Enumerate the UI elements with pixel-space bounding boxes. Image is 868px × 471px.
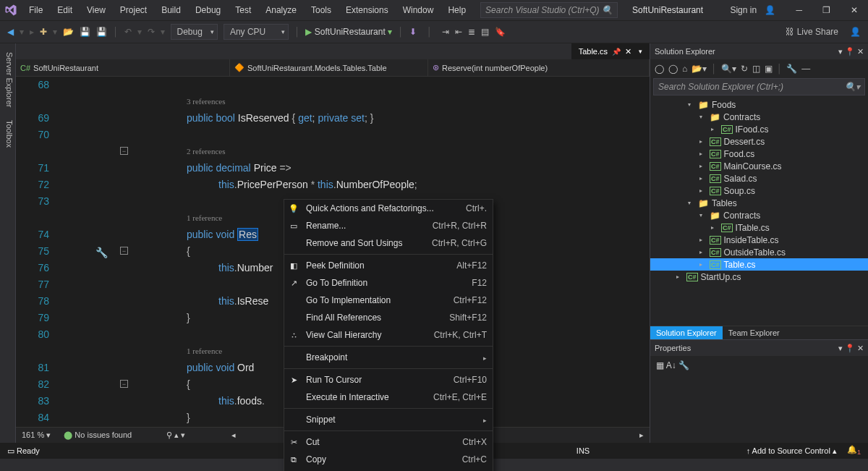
tree-item-soup-cs[interactable]: ▸C#Soup.cs [650, 184, 868, 197]
undo-button[interactable]: ↶ [124, 27, 132, 37]
bookmark-icon[interactable]: 🔖 [495, 27, 506, 37]
platform-dropdown[interactable]: Any CPU [224, 24, 289, 40]
show-all-icon[interactable]: ◫ [752, 64, 760, 74]
menu-file[interactable]: File [23, 2, 48, 18]
open-file-button[interactable]: 📂 [63, 27, 74, 37]
properties-icon[interactable]: 🔧 [786, 64, 797, 74]
fwd-icon[interactable]: ◯ [668, 64, 678, 74]
menu-test[interactable]: Test [229, 2, 257, 18]
menu-window[interactable]: Window [397, 2, 440, 18]
refresh-icon[interactable]: ↻ [741, 64, 748, 74]
fold-toggle[interactable]: − [120, 380, 128, 388]
sort-icon[interactable]: A↓ [666, 360, 676, 370]
menu-help[interactable]: Help [442, 2, 472, 18]
tree-item-insidetable-cs[interactable]: ▸C#InsideTable.cs [650, 234, 868, 246]
tree-item-food-cs[interactable]: ▸C#Food.cs [650, 148, 868, 160]
start-debug-button[interactable]: ▶ SoftUniRestaurant ▾ [305, 27, 392, 37]
tree-item-startup-cs[interactable]: ▸C#StartUp.cs [650, 271, 868, 283]
restore-button[interactable]: ❐ [817, 1, 836, 20]
ctx-paste[interactable]: 📋PasteCtrl+V [284, 468, 493, 471]
collapse-icon[interactable]: ▣ [765, 64, 773, 74]
menu-extensions[interactable]: Extensions [340, 2, 394, 18]
side-tab-server-explorer[interactable]: Server Explorer [0, 48, 15, 111]
tree-item-contracts[interactable]: ▾📁Contracts [650, 209, 868, 221]
back-icon[interactable]: ◯ [655, 64, 664, 74]
tab-close-icon[interactable]: ✕ [625, 47, 631, 56]
outdent-icon[interactable]: ⇤ [455, 27, 462, 37]
tree-item-outsidetable-cs[interactable]: ▸C#OutsideTable.cs [650, 246, 868, 258]
indent-icon[interactable]: ⇥ [442, 27, 449, 37]
quick-action-icon[interactable]: 🔧 [95, 247, 108, 258]
redo-button[interactable]: ↷ [148, 27, 155, 37]
tab-table-cs[interactable]: Table.cs 📌 ✕ ▾ [571, 43, 650, 59]
minimize-button[interactable]: ─ [790, 1, 808, 20]
pin-icon[interactable]: 📍 [845, 344, 855, 352]
tree-item-contracts[interactable]: ▾📁Contracts [650, 111, 868, 123]
side-tab-toolbox[interactable]: Toolbox [0, 116, 15, 152]
prop-wrench-icon[interactable]: 🔧 [678, 360, 689, 370]
new-project-button[interactable]: ✚ [40, 27, 47, 37]
ctx-find-all-references[interactable]: Find All ReferencesShift+F12 [284, 309, 493, 326]
menu-build[interactable]: Build [156, 2, 187, 18]
tree-item-table-cs[interactable]: ▸C#Table.cs [650, 258, 868, 271]
tree-item-foods[interactable]: ▾📁Foods [650, 98, 868, 111]
ctx-quick-actions-and-refactorings-[interactable]: 💡Quick Actions and Refactorings...Ctrl+. [284, 200, 493, 217]
pane-close-icon[interactable]: ✕ [857, 344, 864, 352]
menu-tools[interactable]: Tools [305, 2, 337, 18]
profile-icon[interactable]: 👤 [850, 27, 861, 37]
dropdown-icon[interactable]: ▾ [838, 344, 843, 352]
ctx-rename-[interactable]: ▭Rename...Ctrl+R, Ctrl+R [284, 217, 493, 234]
hscroll-left[interactable]: ◂ [231, 430, 236, 440]
explorer-tab-solution-explorer[interactable]: Solution Explorer [650, 326, 723, 339]
tree-item-maincourse-cs[interactable]: ▸C#MainCourse.cs [650, 160, 868, 172]
ctx-execute-in-interactive[interactable]: Execute in InteractiveCtrl+E, Ctrl+E [284, 389, 493, 406]
zoom-level[interactable]: 161 % ▾ [22, 430, 51, 440]
error-nav[interactable]: ⚲ ▴ ▾ [166, 430, 185, 440]
home-icon[interactable]: ⌂ [682, 64, 687, 74]
notifications-icon[interactable]: 🔔1 [847, 445, 861, 456]
issues-indicator[interactable]: ⬤ No issues found [64, 430, 132, 440]
menu-edit[interactable]: Edit [51, 2, 78, 18]
nav-type-dropdown[interactable]: 🔶SoftUniRestaurant.Models.Tables.Table [230, 59, 428, 76]
ctx-snippet[interactable]: Snippet [284, 411, 493, 428]
ctx-go-to-definition[interactable]: ↗Go To DefinitionF12 [284, 274, 493, 292]
tree-item-ifood-cs[interactable]: ▸C#IFood.cs [650, 123, 868, 135]
save-all-button[interactable]: 💾 [96, 27, 107, 37]
menu-view[interactable]: View [81, 2, 111, 18]
ctx-copy[interactable]: ⧉CopyCtrl+C [284, 451, 493, 468]
menu-analyze[interactable]: Analyze [260, 2, 302, 18]
nav-project-dropdown[interactable]: C#SoftUniRestaurant [16, 59, 230, 76]
comment-icon[interactable]: ▤ [481, 27, 489, 37]
sign-in-link[interactable]: Sign in 👤 [718, 1, 781, 20]
solution-explorer-search[interactable]: Search Solution Explorer (Ctrl+;) 🔍▾ [653, 78, 865, 96]
global-search-input[interactable]: Search Visual Studio (Ctrl+Q) 🔍 [480, 2, 618, 18]
ctx-cut[interactable]: ✂CutCtrl+X [284, 433, 493, 451]
pin-icon[interactable]: 📌 [612, 48, 621, 56]
save-button[interactable]: 💾 [80, 27, 90, 37]
sync-icon[interactable]: 📂▾ [692, 64, 707, 74]
dropdown-icon[interactable]: ▾ [838, 47, 843, 56]
config-dropdown[interactable]: Debug [171, 24, 218, 40]
scope-icon[interactable]: 🔍▾ [721, 64, 736, 74]
solution-tree[interactable]: ▾📁Foods▾📁Contracts▸C#IFood.cs▸C#Dessert.… [650, 96, 868, 326]
ctx-view-call-hierarchy[interactable]: ⛬View Call HierarchyCtrl+K, Ctrl+T [284, 326, 493, 344]
pane-close-icon[interactable]: ✕ [857, 47, 864, 56]
tree-item-dessert-cs[interactable]: ▸C#Dessert.cs [650, 135, 868, 148]
live-share-button[interactable]: ⛓ Live Share [786, 27, 838, 37]
hscroll-right[interactable]: ▸ [639, 430, 644, 440]
preview-icon[interactable]: — [801, 64, 810, 74]
fold-toggle[interactable]: − [120, 147, 128, 155]
ctx-run-to-cursor[interactable]: ➤Run To CursorCtrl+F10 [284, 371, 493, 389]
tree-item-itable-cs[interactable]: ▸C#ITable.cs [650, 221, 868, 234]
fold-toggle[interactable]: − [120, 247, 128, 255]
ctx-remove-and-sort-usings[interactable]: Remove and Sort UsingsCtrl+R, Ctrl+G [284, 234, 493, 252]
ctx-peek-definition[interactable]: ◧Peek DefinitionAlt+F12 [284, 257, 493, 274]
pin-icon[interactable]: 📍 [845, 47, 855, 56]
ctx-go-to-implementation[interactable]: Go To ImplementationCtrl+F12 [284, 292, 493, 309]
tree-item-salad-cs[interactable]: ▸C#Salad.cs [650, 172, 868, 184]
back-button[interactable]: ◀ [7, 27, 14, 37]
format-icon[interactable]: ≣ [468, 27, 475, 37]
categorize-icon[interactable]: ▦ [656, 360, 664, 370]
tree-item-tables[interactable]: ▾📁Tables [650, 197, 868, 209]
forward-button[interactable]: ▸ [30, 27, 34, 37]
